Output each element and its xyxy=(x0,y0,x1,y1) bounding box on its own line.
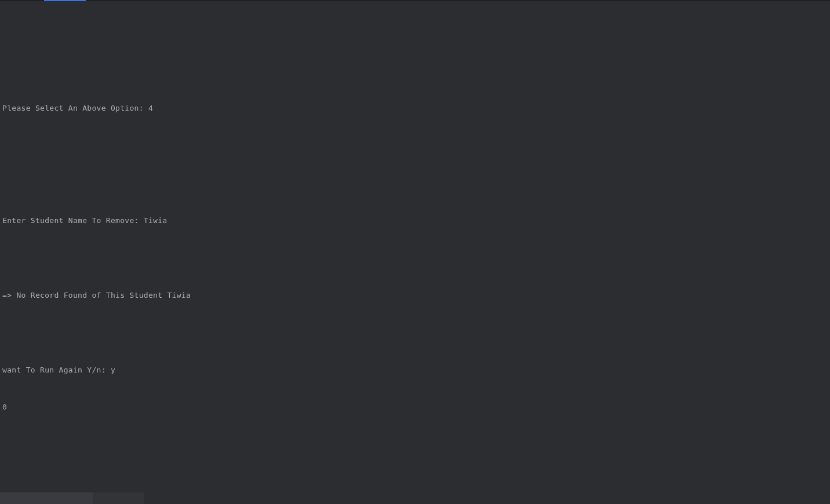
terminal-line xyxy=(2,476,828,488)
terminal-line xyxy=(2,140,828,152)
terminal-line xyxy=(2,439,828,451)
terminal-line: Enter Student Name To Remove: Tiwia xyxy=(2,214,828,227)
terminal-line xyxy=(2,177,828,189)
tab-bar xyxy=(0,0,830,1)
terminal-line xyxy=(2,65,828,78)
status-bar xyxy=(0,492,830,504)
terminal-line: Please Select An Above Option: 4 xyxy=(2,102,828,115)
terminal-line: => No Record Found of This Student Tiwia xyxy=(2,289,828,302)
terminal-output[interactable]: Please Select An Above Option: 4 Enter S… xyxy=(0,1,830,504)
active-tab-indicator[interactable] xyxy=(44,0,86,1)
terminal-line xyxy=(2,27,828,40)
terminal-line: 0 xyxy=(2,401,828,414)
terminal-line xyxy=(2,251,828,264)
terminal-line: want To Run Again Y/n: y xyxy=(2,364,828,377)
terminal-line xyxy=(2,326,828,339)
